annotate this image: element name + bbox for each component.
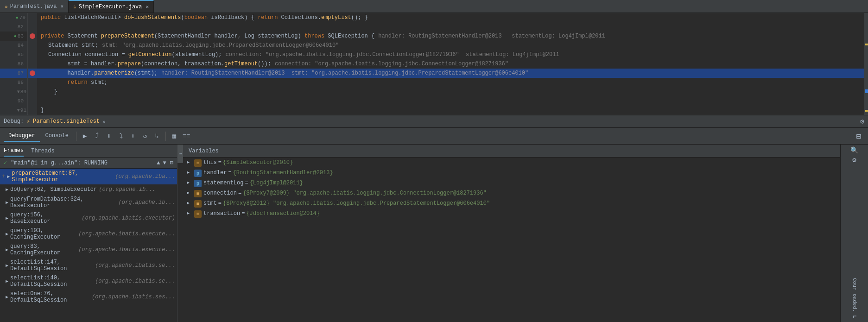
tab-simpleexecutor[interactable]: ☕ SimpleExecutor.java ✕ <box>69 0 154 13</box>
var-item-connection[interactable]: ▶ ≡ connection = {$Proxy7@2009} "org.apa… <box>183 189 840 199</box>
code-content-90 <box>37 96 868 106</box>
frame-item-1[interactable]: ▶ doQuery:62, SimpleExecutor (org.apache… <box>0 184 177 195</box>
code-line-88: 88 return stmt; <box>0 78 868 87</box>
toolbar-sep-2 <box>165 132 166 141</box>
var-expand-this[interactable]: ▶ <box>187 159 194 165</box>
var-expand-handler[interactable]: ▶ <box>187 170 194 175</box>
frame-expand-3: ▶ <box>6 215 8 221</box>
scroll-marker-1 <box>865 44 868 45</box>
frame-item-5[interactable]: ▶ query:83, CachingExecutor (org.apache.… <box>0 242 177 258</box>
var-item-this[interactable]: ▶ ≡ this = {SimpleExecutor@2010} <box>183 158 840 169</box>
var-item-handler[interactable]: ▶ p handler = {RoutingStatementHandler@2… <box>183 169 840 179</box>
pin-btn[interactable]: ⊟ <box>853 131 864 142</box>
frame-item-6[interactable]: ▶ selectList:147, DefaultSqlSession (org… <box>0 258 177 273</box>
frames-tab[interactable]: Frames <box>4 145 24 157</box>
frame-method-5: query:83, CachingExecutor <box>10 243 76 256</box>
frames-list: + ▶ prepareStatement:87, SimpleExecutor … <box>0 169 177 322</box>
force-step-into-btn[interactable]: ⤵ <box>115 131 127 142</box>
java-icon: ☕ <box>5 3 8 9</box>
frame-class-6: (org.apache.ibatis.se... <box>95 262 175 269</box>
frame-method-6: selectList:147, DefaultSqlSession <box>10 259 93 272</box>
thread-up-btn[interactable]: ▲ <box>157 160 160 166</box>
editor-scrollbar[interactable] <box>864 13 868 115</box>
var-item-transaction[interactable]: ▶ ≡ transaction = {JdbcTransaction@2014} <box>183 209 840 220</box>
debugger-content: Frames Threads ✓ "main"@1 in g...ain": R… <box>0 145 868 322</box>
frame-item-8[interactable]: ▶ selectOne:76, DefaultSqlSession (org.a… <box>0 289 177 305</box>
frame-expand-5: ▶ <box>6 247 8 253</box>
line-num-85: 85 <box>0 50 28 59</box>
var-expand-transaction[interactable]: ▶ <box>187 210 194 216</box>
var-val-statementlog: {Log4jImpl@2011} <box>250 180 303 186</box>
code-line-85: 85 Connection connection = getConnection… <box>0 50 868 59</box>
frame-item-3[interactable]: ▶ query:156, BaseExecutor (org.apache.ib… <box>0 210 177 226</box>
var-icon-this: ≡ <box>194 159 202 167</box>
debugger-panel: Debugger Console ▶ ⤴ ⬇ ⤵ ⬆ ↺ ↳ ▦ ≡≡ ⊟ Fr… <box>0 128 868 322</box>
var-name-connection: connection <box>203 190 237 196</box>
gutter-86 <box>28 59 37 69</box>
resume-btn[interactable]: ▶ <box>79 131 90 142</box>
frame-item-2[interactable]: ▶ queryFromDatabase:324, BaseExecutor (o… <box>0 195 177 210</box>
tab-console[interactable]: Console <box>41 131 73 142</box>
debug-session-name[interactable]: ParamTest.singleTest <box>33 118 100 125</box>
right-panel-search-icon[interactable]: 🔍 <box>850 146 858 154</box>
tab-paramtest[interactable]: ☕ ParamTest.java ✕ <box>0 0 69 13</box>
gutter-88 <box>28 78 37 87</box>
var-expand-connection[interactable]: ▶ <box>187 190 194 196</box>
code-content-89: } <box>37 87 868 96</box>
code-line-82: 82 <box>0 22 868 32</box>
threads-tab[interactable]: Threads <box>31 146 54 156</box>
var-val-transaction: {JdbcTransaction@2014} <box>246 210 319 217</box>
run-to-cursor-btn[interactable]: ↳ <box>152 131 163 142</box>
step-out-btn[interactable]: ⬆ <box>127 131 139 142</box>
editor-tab-bar: ☕ ParamTest.java ✕ ☕ SimpleExecutor.java… <box>0 0 868 13</box>
thread-filter-btn[interactable]: ⊟ <box>170 159 173 166</box>
code-line-91: ▼91 } <box>0 106 868 115</box>
tab-close-simpleexecutor[interactable]: ✕ <box>146 4 149 10</box>
line-num-90: 90 <box>0 96 28 106</box>
collapse-handle[interactable]: ⋯ <box>177 145 183 163</box>
breakpoint-83[interactable] <box>30 33 35 39</box>
var-name-statementlog: statementLog <box>203 180 243 186</box>
var-eq-connection: = <box>238 190 241 196</box>
var-eq-stmt: = <box>218 200 222 207</box>
frame-item-4[interactable]: ▶ query:103, CachingExecutor (org.apache… <box>0 226 177 242</box>
tab-debugger[interactable]: Debugger <box>4 131 40 142</box>
code-line-84: 84 Statement stmt; stmt: "org.apache.iba… <box>0 41 868 50</box>
debug-label: Debug: <box>4 118 24 125</box>
frame-expand-2: ▶ <box>6 200 8 205</box>
line-num-89: ▼89 <box>0 87 28 96</box>
toolbar-sep-1 <box>76 132 76 141</box>
right-panel-settings-icon[interactable]: ⚙ <box>852 156 856 164</box>
trace-btn[interactable]: ≡≡ <box>181 131 192 142</box>
var-item-stmt[interactable]: ▶ ≡ stmt = {$Proxy8@2012} "org.apache.ib… <box>183 199 840 209</box>
var-icon-stmt: ≡ <box>194 200 202 208</box>
code-content-82 <box>37 22 868 32</box>
gutter-90 <box>28 96 37 106</box>
frame-item-7[interactable]: ▶ selectList:140, DefaultSqlSession (org… <box>0 273 177 289</box>
evaluate-btn[interactable]: ▦ <box>169 131 180 142</box>
frame-expand-0: ▶ <box>7 174 10 179</box>
gutter-83 <box>28 32 37 41</box>
debug-session-close[interactable]: ✕ <box>102 119 106 125</box>
frame-class-1: (org.apache.ib... <box>99 186 155 193</box>
var-expand-stmt[interactable]: ▶ <box>187 200 194 206</box>
step-over-btn[interactable]: ⤴ <box>91 131 102 142</box>
frame-item-0[interactable]: + ▶ prepareStatement:87, SimpleExecutor … <box>0 169 177 184</box>
step-into-btn[interactable]: ⬇ <box>103 131 114 142</box>
debug-settings-icon[interactable]: ⚙ <box>860 117 864 126</box>
scroll-marker-3 <box>865 89 868 93</box>
rerun-btn[interactable]: ↺ <box>139 131 151 142</box>
line-num-84: 84 <box>0 41 28 50</box>
var-item-statementlog[interactable]: ▶ p statementLog = {Log4jImpl@2011} <box>183 179 840 189</box>
code-content-88: return stmt; <box>37 78 868 87</box>
frame-class-3: (org.apache.ibatis.executor) <box>82 215 175 221</box>
var-name-stmt: stmt <box>203 200 217 207</box>
var-name-handler: handler <box>203 170 227 176</box>
code-line-86: 86 stmt = handler.prepare(connection, tr… <box>0 59 868 69</box>
tab-close-paramtest[interactable]: ✕ <box>60 3 63 9</box>
scroll-marker-2 <box>865 110 868 112</box>
var-expand-statementlog[interactable]: ▶ <box>187 180 194 185</box>
frame-class-4: (org.apache.ibatis.execute... <box>78 231 175 237</box>
thread-down-btn[interactable]: ▼ <box>163 160 166 166</box>
gutter-89 <box>28 87 37 96</box>
